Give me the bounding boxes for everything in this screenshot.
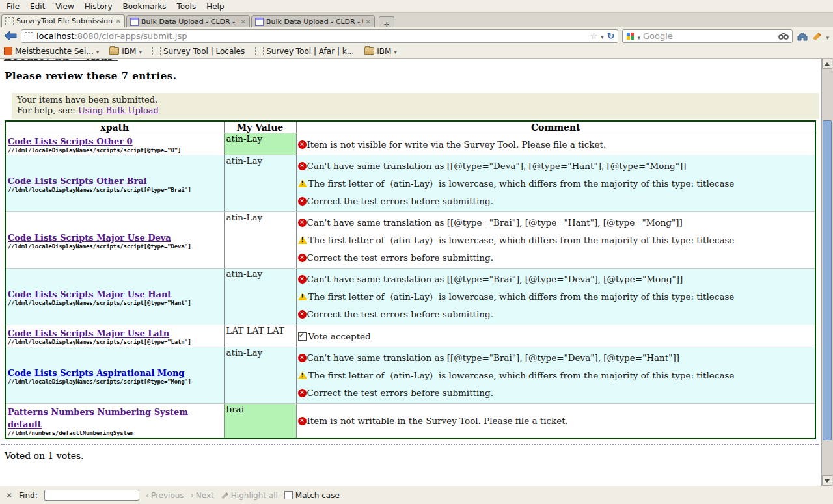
bookmark-item-4[interactable]: Survey Tool | Afar | k... (255, 47, 354, 56)
bookmarks-toolbar: Meistbesuchte Sei...IBMSurvey Tool | Loc… (0, 44, 833, 59)
scroll-up-icon[interactable] (822, 59, 832, 69)
xpath-link[interactable]: Patterns Numbers Numbering System defaul… (8, 407, 188, 429)
tab-2[interactable]: Bulk Data Upload - CLDR - Un... (126, 15, 250, 27)
comment-text: Vote accepted (308, 331, 371, 341)
find-next-button[interactable]: Next (191, 490, 214, 500)
table-row: Code Lists Scripts Other 0//ldml/localeD… (5, 133, 815, 155)
find-previous-button[interactable]: Previous (146, 490, 184, 500)
error-icon (298, 354, 307, 362)
new-tab-button[interactable] (379, 16, 394, 27)
tab-title: SurveyTool File Submission | ... (16, 17, 113, 25)
comment-line: Correct the test errors before submittin… (298, 252, 814, 263)
tab-close-icon[interactable] (116, 18, 121, 25)
column-header-xpath: xpath (5, 121, 224, 133)
using-bulk-upload-link[interactable]: Using Bulk Upload (78, 105, 159, 115)
tab-3[interactable]: Bulk Data Upload - CLDR - Un... (251, 15, 375, 27)
xpath-link[interactable]: Code Lists Scripts Major Use Latn (8, 328, 169, 338)
xpath-link[interactable]: Code Lists Scripts Other 0 (8, 137, 133, 146)
search-box[interactable]: Google (622, 29, 793, 43)
bookmark-item-3[interactable]: Survey Tool | Locales (152, 47, 245, 56)
search-engine-dropdown-icon[interactable] (637, 30, 640, 42)
search-go-icon[interactable] (778, 33, 789, 40)
menu-view[interactable]: View (50, 1, 79, 12)
table-row: Code Lists Scripts Major Use Latn//ldml/… (5, 325, 815, 347)
comment-cell: Item is not visible for write via the Su… (296, 133, 815, 155)
previous-arrow-icon (146, 490, 149, 500)
bookmark-label: IBM (377, 47, 391, 56)
xpath-cell: Code Lists Scripts Major Use Latn//ldml/… (5, 325, 224, 347)
menu-edit[interactable]: Edit (25, 1, 50, 12)
comment-line: Item is not visible for write via the Su… (298, 139, 814, 150)
placeholder-icon (255, 47, 264, 55)
back-icon[interactable] (4, 31, 17, 41)
marker-pen-dropdown-icon[interactable] (826, 30, 829, 42)
tab-bar: SurveyTool File Submission | ...Bulk Dat… (0, 13, 833, 27)
google-logo-icon[interactable] (626, 32, 635, 40)
xpath-cell: Code Lists Scripts Major Use Hant//ldml/… (5, 269, 224, 325)
table-header-row: xpathMy ValueComment (5, 121, 815, 133)
xpath-link[interactable]: Code Lists Scripts Major Use Hant (8, 289, 171, 299)
navigation-toolbar: localhost:8080/cldr-apps/submit.jsp Goog… (0, 27, 833, 44)
comment-text: Can't have same translation as [[@type="… (307, 217, 683, 228)
bookmark-label: IBM (122, 47, 136, 56)
scroll-down-icon[interactable] (822, 475, 832, 486)
error-icon (298, 162, 307, 170)
page-title: Please review these 7 entries. (5, 70, 833, 82)
comment-line: The first letter of ⟨atin-Lay⟩ is lowerc… (298, 178, 814, 189)
table-row: Code Lists Scripts Aspirational Mong//ld… (5, 347, 815, 404)
comment-text: Can't have same translation as [[@type="… (307, 352, 679, 363)
comment-line: The first letter of ⟨atin-Lay⟩ is lowerc… (298, 235, 814, 245)
comment-text: Correct the test errors before submittin… (307, 252, 493, 263)
bookmark-star-icon[interactable] (590, 31, 598, 41)
comment-cell: Can't have same translation as [[@type="… (296, 347, 815, 404)
comment-text: Correct the test errors before submittin… (307, 388, 493, 398)
menu-tools[interactable]: Tools (172, 1, 202, 12)
xpath-link[interactable]: Code Lists Scripts Major Use Deva (8, 233, 171, 243)
url-path: :8080/cldr-apps/submit.jsp (74, 31, 187, 41)
url-dropdown-icon[interactable] (601, 31, 604, 41)
find-close-icon[interactable] (6, 491, 12, 500)
xpath-link[interactable]: Code Lists Scripts Other Brai (8, 176, 147, 186)
xpath-cell: Code Lists Scripts Major Use Deva//ldml/… (5, 212, 224, 269)
bookmark-label: Survey Tool | Afar | k... (266, 47, 354, 56)
folder-icon (109, 47, 119, 55)
search-placeholder: Google (643, 31, 673, 41)
menu-history[interactable]: History (79, 1, 118, 12)
highlight-all-button[interactable]: Highlight all (221, 491, 278, 500)
vertical-scrollbar[interactable] (821, 59, 833, 486)
bookmark-item-1[interactable]: Meistbesuchte Sei... (4, 47, 99, 56)
xpath-link[interactable]: Code Lists Scripts Aspirational Mong (8, 368, 184, 378)
xpath-code: //ldml/localeDisplayNames/scripts/script… (8, 147, 222, 153)
chevron-down-icon (394, 47, 397, 56)
xpath-cell: Patterns Numbers Numbering System defaul… (5, 404, 224, 439)
bookmark-item-5[interactable]: IBM (364, 47, 397, 56)
table-row: Code Lists Scripts Other Brai//ldml/loca… (5, 155, 815, 212)
comment-cell: Item is not writable in the Survey Tool.… (296, 404, 815, 439)
menu-help[interactable]: Help (201, 1, 229, 12)
tab-1[interactable]: SurveyTool File Submission | ... (1, 14, 125, 27)
reload-icon[interactable] (607, 31, 615, 41)
comment-cell: Can't have same translation as [[@type="… (296, 212, 815, 269)
tab-close-icon[interactable] (366, 18, 371, 25)
value-cell: atin-Lay (224, 269, 296, 325)
comment-line: Can't have same translation as [[@type="… (298, 352, 814, 363)
marker-pen-icon[interactable] (812, 32, 822, 40)
warning-icon (298, 371, 307, 379)
error-icon (298, 389, 307, 397)
menu-bookmarks[interactable]: Bookmarks (118, 1, 172, 12)
chevron-down-icon (96, 47, 100, 56)
submission-notice: Your items have been submitted. For help… (12, 93, 819, 119)
xpath-cell: Code Lists Scripts Other Brai//ldml/loca… (5, 155, 224, 212)
scrollbar-thumb[interactable] (823, 120, 832, 440)
value-cell: atin-Lay (224, 155, 296, 212)
review-table: xpathMy ValueComment Code Lists Scripts … (5, 120, 816, 439)
home-icon[interactable] (797, 31, 808, 41)
tab-close-icon[interactable] (241, 18, 246, 25)
comment-line: Can't have same translation as [[@type="… (298, 274, 814, 284)
menu-file[interactable]: File (1, 1, 25, 12)
find-input[interactable] (44, 490, 139, 501)
match-case-option[interactable]: Match case (284, 491, 340, 500)
bookmark-item-2[interactable]: IBM (109, 47, 142, 56)
match-case-checkbox[interactable] (284, 491, 293, 499)
url-bar[interactable]: localhost:8080/cldr-apps/submit.jsp (21, 29, 618, 43)
